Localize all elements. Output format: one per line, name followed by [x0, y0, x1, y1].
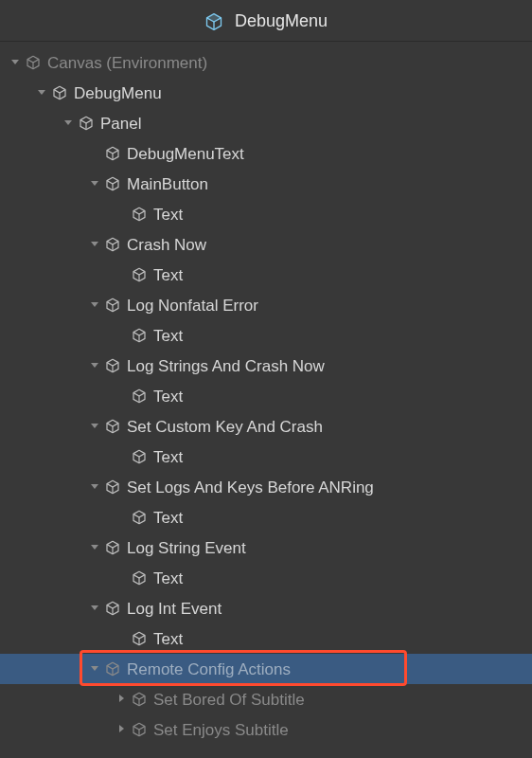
expand-arrow-icon[interactable]	[115, 693, 129, 706]
expand-arrow-icon[interactable]	[89, 541, 102, 554]
tree-row-lie-t[interactable]: Text	[0, 623, 532, 654]
gameobject-icon	[131, 630, 148, 647]
tree-row-lsc[interactable]: Log Strings And Crash Now	[0, 351, 532, 381]
hierarchy-panel: DebugMenu Canvas (Environment) DebugMenu	[0, 0, 532, 745]
gameobject-icon	[104, 357, 121, 374]
tree-row-label: Log Int Event	[127, 601, 222, 617]
expand-arrow-icon[interactable]	[115, 723, 129, 736]
tree-row-label: Log Strings And Crash Now	[127, 358, 325, 374]
tree-row-panel[interactable]: Panel	[0, 108, 532, 138]
tree-row-nfe[interactable]: Log Nonfatal Error	[0, 290, 532, 320]
expand-arrow-icon[interactable]	[89, 420, 102, 433]
tree-row-label: Set Custom Key And Crash	[127, 419, 323, 435]
gameobject-icon	[51, 84, 68, 101]
tree-row-label: Crash Now	[127, 237, 206, 253]
tree-row-mainbtn-t[interactable]: Text	[0, 199, 532, 229]
gameobject-icon	[131, 206, 148, 223]
gameobject-icon	[104, 600, 121, 617]
gameobject-icon	[104, 175, 121, 192]
tree-row-sck-t[interactable]: Text	[0, 442, 532, 472]
gameobject-icon	[104, 418, 121, 435]
expand-arrow-icon[interactable]	[62, 117, 76, 130]
tree-row-label: Panel	[100, 116, 141, 132]
tree-row-anr[interactable]: Set Logs And Keys Before ANRing	[0, 472, 532, 502]
tree-row-canvas[interactable]: Canvas (Environment)	[0, 47, 532, 78]
tree-row-label: Set Bored Of Subtitle	[153, 692, 305, 708]
gameobject-icon	[131, 266, 148, 283]
tree-row-anr-t[interactable]: Text	[0, 502, 532, 532]
expand-arrow-icon[interactable]	[89, 480, 102, 494]
gameobject-icon	[104, 478, 121, 496]
prefab-header: DebugMenu	[0, 0, 532, 42]
gameobject-icon	[131, 721, 148, 738]
tree-row-dmtext[interactable]: DebugMenuText	[0, 138, 532, 169]
tree-row-lse-t[interactable]: Text	[0, 563, 532, 593]
gameobject-icon	[78, 115, 95, 132]
expand-arrow-icon[interactable]	[89, 602, 102, 615]
tree-row-label: MainButton	[127, 176, 208, 192]
expand-arrow-icon[interactable]	[89, 359, 102, 372]
tree-row-crash-t[interactable]: Text	[0, 260, 532, 290]
tree-row-label: DebugMenuText	[127, 146, 244, 162]
hierarchy-tree[interactable]: Canvas (Environment) DebugMenu Panel	[0, 42, 532, 745]
tree-row-label: Text	[153, 328, 183, 344]
gameobject-icon	[104, 145, 121, 162]
tree-row-lsc-t[interactable]: Text	[0, 381, 532, 411]
tree-row-label: Log Nonfatal Error	[127, 298, 258, 314]
tree-row-enjoys[interactable]: Set Enjoys Subtitle	[0, 714, 532, 745]
tree-row-lse[interactable]: Log String Event	[0, 532, 532, 563]
tree-row-label: Text	[153, 207, 183, 223]
gameobject-icon	[131, 448, 148, 465]
tree-row-label: Remote Config Actions	[127, 661, 291, 677]
tree-row-label: Text	[153, 510, 183, 526]
expand-arrow-icon[interactable]	[89, 238, 102, 251]
gameobject-icon	[104, 236, 121, 253]
tree-row-bored[interactable]: Set Bored Of Subtitle	[0, 684, 532, 714]
tree-row-crash[interactable]: Crash Now	[0, 229, 532, 260]
tree-row-nfe-t[interactable]: Text	[0, 320, 532, 351]
gameobject-icon	[131, 388, 148, 405]
tree-row-debugmenu[interactable]: DebugMenu	[0, 78, 532, 108]
tree-row-mainbtn[interactable]: MainButton	[0, 169, 532, 199]
tree-row-label: Text	[153, 267, 183, 283]
tree-row-label: Log String Event	[127, 540, 246, 556]
tree-row-label: DebugMenu	[74, 85, 162, 101]
tree-row-lie[interactable]: Log Int Event	[0, 593, 532, 623]
expand-arrow-icon[interactable]	[9, 56, 23, 69]
tree-row-label: Set Logs And Keys Before ANRing	[127, 479, 374, 496]
gameobject-icon	[131, 691, 148, 708]
gameobject-icon	[131, 569, 148, 587]
expand-arrow-icon[interactable]	[36, 86, 49, 99]
gameobject-icon	[104, 539, 121, 556]
gameobject-icon	[104, 660, 121, 677]
tree-row-label: Text	[153, 570, 183, 587]
tree-row-label: Text	[153, 388, 183, 405]
gameobject-icon	[131, 327, 148, 344]
prefab-icon	[204, 12, 222, 29]
tree-row-label: Set Enjoys Subtitle	[153, 722, 289, 738]
tree-row-label: Text	[153, 449, 183, 465]
gameobject-icon	[104, 297, 121, 314]
prefab-title: DebugMenu	[235, 12, 328, 29]
expand-arrow-icon[interactable]	[89, 298, 102, 312]
tree-row-label: Text	[153, 631, 183, 647]
gameobject-icon	[131, 509, 148, 526]
tree-row-rca[interactable]: Remote Config Actions	[0, 654, 532, 684]
tree-row-sck[interactable]: Set Custom Key And Crash	[0, 411, 532, 442]
expand-arrow-icon[interactable]	[89, 177, 102, 190]
tree-row-label: Canvas (Environment)	[47, 55, 207, 71]
expand-arrow-icon[interactable]	[89, 662, 102, 676]
gameobject-icon	[25, 54, 42, 71]
